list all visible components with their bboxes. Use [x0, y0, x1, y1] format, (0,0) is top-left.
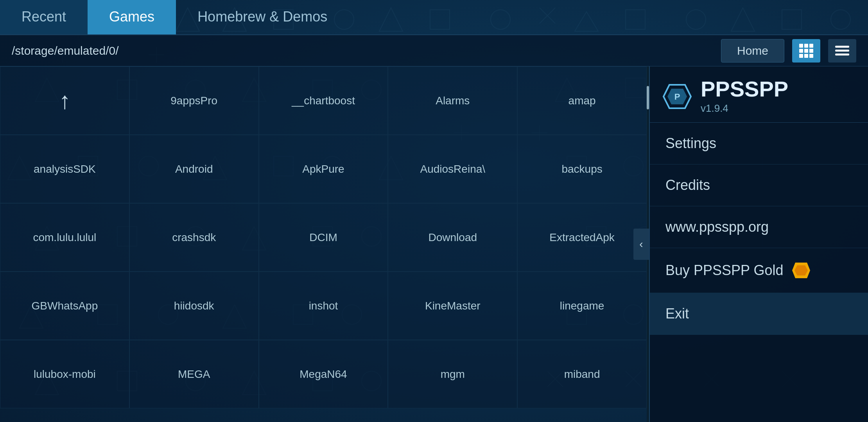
file-cell-alarms[interactable]: Alarms	[388, 66, 517, 135]
file-cell-download[interactable]: Download	[388, 203, 517, 272]
file-cell-luluboxmobi[interactable]: lulubox-mobi	[0, 340, 129, 408]
menu-item-website[interactable]: www.ppsspp.org	[650, 206, 868, 248]
grid-view-button[interactable]	[792, 39, 820, 63]
file-cell-mega[interactable]: MEGA	[129, 340, 259, 408]
main-layout: ↑9appsPro__chartboostAlarmsamapanalysisS…	[0, 66, 868, 422]
file-cell-miband[interactable]: miband	[517, 340, 647, 408]
file-cell-chartboost[interactable]: __chartboost	[259, 66, 388, 135]
file-cell-backups[interactable]: backups	[517, 135, 647, 203]
file-cell-up[interactable]: ↑	[0, 66, 129, 135]
tab-homebrew[interactable]: Homebrew & Demos	[176, 0, 349, 34]
gold-icon	[791, 261, 811, 280]
ppsspp-logo-icon: P	[662, 81, 693, 112]
menu-label-gold: Buy PPSSPP Gold	[665, 262, 784, 279]
file-cell-kinemaster[interactable]: KineMaster	[388, 272, 517, 340]
hamburger-icon	[835, 46, 849, 55]
file-cell-inshot[interactable]: inshot	[259, 272, 388, 340]
home-button[interactable]: Home	[721, 39, 784, 63]
ppsspp-title: PPSSPP	[701, 78, 788, 100]
grid-icon	[799, 44, 813, 58]
right-panel: P PPSSPP v1.9.4 SettingsCreditswww.ppssp…	[649, 66, 868, 422]
menu-item-credits[interactable]: Credits	[650, 165, 868, 206]
menu-label-website: www.ppsspp.org	[665, 219, 769, 235]
file-cell-9appspro[interactable]: 9appsPro	[129, 66, 259, 135]
collapse-panel-button[interactable]: ‹	[633, 229, 649, 260]
file-cell-analysissdk[interactable]: analysisSDK	[0, 135, 129, 203]
file-cell-gbwhatsapp[interactable]: GBWhatsApp	[0, 272, 129, 340]
tab-games[interactable]: Games	[88, 0, 176, 34]
file-cell-apkpure[interactable]: ApkPure	[259, 135, 388, 203]
file-cell-megan64[interactable]: MegaN64	[259, 340, 388, 408]
file-cell-mgm[interactable]: mgm	[388, 340, 517, 408]
file-cell-audiosreina[interactable]: AudiosReina\	[388, 135, 517, 203]
logo-text-block: PPSSPP v1.9.4	[701, 78, 788, 114]
svg-marker-90	[794, 265, 808, 275]
file-cell-comlululul[interactable]: com.lulu.lulul	[0, 203, 129, 272]
menu-item-settings[interactable]: Settings	[650, 123, 868, 165]
top-nav: Recent Games Homebrew & Demos	[0, 0, 868, 35]
menu-item-exit[interactable]: Exit	[650, 293, 868, 335]
menu-label-exit: Exit	[665, 306, 689, 322]
file-cell-linegame[interactable]: linegame	[517, 272, 647, 340]
file-grid-container: ↑9appsPro__chartboostAlarmsamapanalysisS…	[0, 66, 647, 422]
svg-text:P: P	[674, 92, 680, 102]
menu-label-credits: Credits	[665, 177, 710, 193]
menu-label-settings: Settings	[665, 135, 716, 152]
path-bar: /storage/emulated/0/ Home	[0, 35, 868, 66]
file-cell-amap[interactable]: amap	[517, 66, 647, 135]
list-view-button[interactable]	[828, 39, 856, 63]
file-cell-dcim[interactable]: DCIM	[259, 203, 388, 272]
current-path: /storage/emulated/0/	[12, 44, 713, 57]
file-grid: ↑9appsPro__chartboostAlarmsamapanalysisS…	[0, 66, 647, 408]
file-cell-extractedapk[interactable]: ExtractedApk	[517, 203, 647, 272]
scrollbar-thumb	[647, 86, 649, 109]
menu-items: SettingsCreditswww.ppsspp.orgBuy PPSSPP …	[650, 123, 868, 335]
ppsspp-version: v1.9.4	[701, 102, 788, 114]
file-cell-crashsdk[interactable]: crashsdk	[129, 203, 259, 272]
logo-area: P PPSSPP v1.9.4	[650, 66, 868, 123]
tab-recent[interactable]: Recent	[0, 0, 88, 34]
menu-item-gold[interactable]: Buy PPSSPP Gold	[650, 248, 868, 293]
file-cell-hiidosdk[interactable]: hiidosdk	[129, 272, 259, 340]
file-cell-android[interactable]: Android	[129, 135, 259, 203]
